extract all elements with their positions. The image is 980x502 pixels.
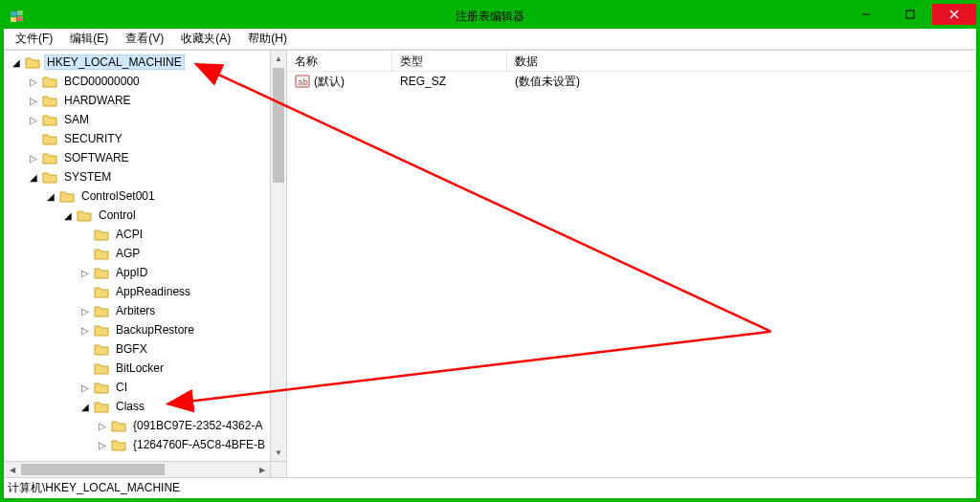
tree-node-controlset001[interactable]: ◢ ControlSet001	[8, 186, 286, 206]
tree-label: CI	[113, 380, 130, 395]
list-header: 名称 类型 数据	[287, 51, 976, 72]
tree-node-appid[interactable]: ▷ AppID	[8, 263, 286, 282]
tree-node-acpi[interactable]: ACPI	[8, 225, 286, 244]
tree-pane: ◢ HKEY_LOCAL_MACHINE ▷ BCD00000000 ▷	[4, 51, 287, 477]
list-row[interactable]: ab (默认) REG_SZ (数值未设置)	[287, 72, 976, 91]
close-button[interactable]	[932, 4, 976, 25]
maximize-button[interactable]	[888, 4, 932, 25]
statusbar: 计算机\HKEY_LOCAL_MACHINE	[4, 477, 976, 498]
folder-icon	[94, 247, 109, 260]
expand-toggle-icon[interactable]	[78, 247, 92, 260]
tree-node-class[interactable]: ◢ Class	[8, 397, 286, 416]
tree-node-control[interactable]: ◢ Control	[8, 206, 286, 225]
tree-label: HARDWARE	[61, 93, 134, 108]
tree-label: Control	[96, 207, 139, 223]
tree-label: AppReadiness	[113, 284, 193, 299]
horizontal-scrollbar[interactable]: ◀ ▶	[4, 461, 270, 477]
expand-toggle-icon[interactable]: ▷	[96, 438, 109, 451]
tree-node-guid1[interactable]: ▷ {091BC97E-2352-4362-A	[8, 416, 286, 435]
tree-node-sam[interactable]: ▷ SAM	[8, 110, 286, 129]
folder-icon	[59, 189, 75, 203]
tree-label: Class	[113, 399, 147, 414]
scrollbar-thumb[interactable]	[21, 464, 165, 475]
scrollbar-thumb[interactable]	[273, 68, 284, 183]
tree-node-arbiters[interactable]: ▷ Arbiters	[8, 301, 286, 320]
expand-toggle-icon[interactable]: ◢	[61, 208, 75, 222]
expand-toggle-icon[interactable]	[78, 342, 92, 356]
folder-icon	[94, 285, 109, 298]
tree-node-appreadiness[interactable]: AppReadiness	[8, 282, 286, 301]
folder-icon	[42, 170, 57, 184]
tree-scroll: ◢ HKEY_LOCAL_MACHINE ▷ BCD00000000 ▷	[4, 51, 286, 477]
expand-toggle-icon[interactable]: ▷	[27, 75, 40, 88]
tree-label: {1264760F-A5C8-4BFE-B	[130, 437, 268, 452]
svg-rect-1	[17, 11, 23, 15]
tree-node-ci[interactable]: ▷ CI	[8, 378, 286, 397]
minimize-button[interactable]	[844, 4, 888, 25]
tree-label: ControlSet001	[78, 188, 158, 204]
expand-toggle-icon[interactable]	[78, 285, 92, 298]
window: 注册表编辑器 文件(F) 编辑(E) 查看(V) 收藏夹(A) 帮助(H)	[0, 0, 980, 502]
expand-toggle-icon[interactable]: ◢	[78, 400, 92, 413]
titlebar: 注册表编辑器	[4, 4, 976, 29]
expand-toggle-icon[interactable]	[78, 361, 92, 375]
folder-icon	[94, 400, 109, 413]
expand-toggle-icon[interactable]: ◢	[27, 170, 40, 184]
expand-toggle-icon[interactable]	[27, 132, 40, 145]
list-body: ab (默认) REG_SZ (数值未设置)	[287, 72, 976, 477]
folder-icon	[42, 75, 57, 88]
expand-toggle-icon[interactable]: ▷	[27, 113, 40, 126]
tree-node-bitlocker[interactable]: BitLocker	[8, 359, 286, 378]
scroll-right-icon[interactable]: ▶	[254, 462, 270, 477]
tree-node-backuprestore[interactable]: ▷ BackupRestore	[8, 320, 286, 339]
scroll-left-icon[interactable]: ◀	[4, 462, 20, 477]
column-header-data[interactable]: 数据	[507, 51, 976, 71]
window-controls	[844, 4, 976, 25]
expand-toggle-icon[interactable]	[78, 228, 92, 241]
app-icon	[10, 9, 25, 24]
expand-toggle-icon[interactable]: ▷	[78, 304, 92, 317]
tree-label: {091BC97E-2352-4362-A	[130, 418, 265, 433]
tree-node-agp[interactable]: AGP	[8, 244, 286, 263]
tree-node-guid2[interactable]: ▷ {1264760F-A5C8-4BFE-B	[8, 435, 286, 454]
folder-icon	[94, 323, 109, 337]
menu-view[interactable]: 查看(V)	[118, 29, 171, 49]
tree-label: BackupRestore	[113, 322, 197, 338]
menu-help[interactable]: 帮助(H)	[240, 29, 295, 49]
svg-text:ab: ab	[298, 77, 308, 87]
expand-toggle-icon[interactable]: ◢	[10, 55, 23, 69]
column-header-name[interactable]: 名称	[287, 51, 392, 71]
tree-node-system[interactable]: ◢ SYSTEM	[8, 167, 286, 186]
column-header-type[interactable]: 类型	[392, 51, 507, 71]
scroll-down-icon[interactable]: ▼	[271, 445, 286, 461]
tree-node-bgfx[interactable]: BGFX	[8, 339, 286, 359]
tree-node-bcd[interactable]: ▷ BCD00000000	[8, 72, 286, 91]
vertical-scrollbar[interactable]: ▲ ▼	[270, 51, 286, 461]
scroll-up-icon[interactable]: ▲	[271, 51, 286, 67]
tree-node-hklm[interactable]: ◢ HKEY_LOCAL_MACHINE	[8, 53, 286, 72]
expand-toggle-icon[interactable]: ▷	[27, 94, 40, 107]
expand-toggle-icon[interactable]: ▷	[96, 419, 109, 432]
expand-toggle-icon[interactable]: ◢	[44, 189, 57, 203]
tree-node-hardware[interactable]: ▷ HARDWARE	[8, 91, 286, 110]
svg-rect-2	[11, 17, 16, 22]
folder-icon	[111, 438, 126, 451]
folder-icon	[42, 151, 57, 164]
cell-data: (数值未设置)	[507, 74, 976, 90]
tree-node-security[interactable]: SECURITY	[8, 129, 286, 148]
tree-label: SECURITY	[61, 131, 125, 146]
menubar: 文件(F) 编辑(E) 查看(V) 收藏夹(A) 帮助(H)	[4, 29, 976, 50]
folder-icon	[94, 342, 109, 356]
expand-toggle-icon[interactable]: ▷	[27, 151, 40, 164]
folder-icon	[94, 381, 109, 394]
tree-label: ACPI	[113, 227, 145, 242]
menu-file[interactable]: 文件(F)	[8, 29, 60, 49]
expand-toggle-icon[interactable]: ▷	[78, 381, 92, 394]
cell-type: REG_SZ	[392, 75, 507, 88]
expand-toggle-icon[interactable]: ▷	[78, 266, 92, 279]
menu-favorites[interactable]: 收藏夹(A)	[173, 29, 238, 49]
menu-edit[interactable]: 编辑(E)	[62, 29, 116, 49]
folder-icon	[42, 132, 57, 145]
tree-node-software[interactable]: ▷ SOFTWARE	[8, 148, 286, 167]
expand-toggle-icon[interactable]: ▷	[78, 323, 92, 337]
